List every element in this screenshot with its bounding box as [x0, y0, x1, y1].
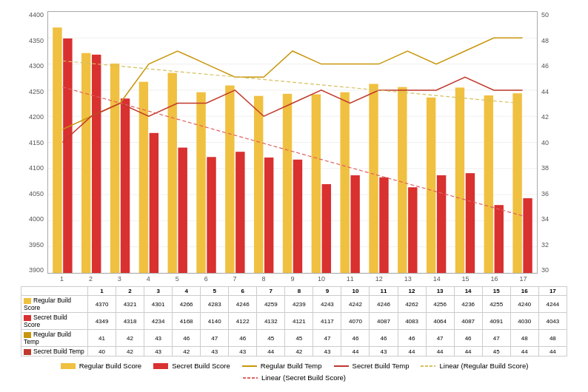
legend-item: Linear (Secret Build Score)	[242, 374, 346, 382]
svg-rect-46	[153, 363, 168, 369]
legend-item: Secret Build Score	[153, 362, 230, 370]
svg-rect-30	[322, 184, 331, 273]
svg-rect-44	[523, 198, 532, 273]
svg-rect-16	[121, 98, 130, 273]
svg-rect-18	[150, 133, 158, 273]
legend-item: Secret Build Temp	[333, 362, 410, 370]
svg-rect-17	[139, 82, 148, 273]
y-axis-left: 4400435043004250420041504100405040003950…	[21, 11, 47, 274]
svg-rect-31	[340, 92, 349, 273]
svg-rect-28	[293, 160, 302, 273]
svg-rect-15	[110, 64, 119, 273]
svg-rect-23	[225, 86, 234, 273]
svg-rect-35	[398, 87, 407, 273]
svg-rect-12	[63, 38, 72, 273]
x-axis-labels: 1234567891011121314151617	[47, 275, 538, 283]
svg-rect-43	[512, 93, 521, 273]
data-table-wrapper: 1234567891011121314151617Regular Build S…	[13, 284, 575, 359]
svg-rect-11	[53, 27, 61, 273]
legend-item: Regular Build Score	[60, 362, 142, 370]
svg-rect-33	[369, 84, 378, 273]
svg-rect-25	[254, 96, 263, 273]
plot-area	[47, 11, 538, 274]
svg-rect-39	[455, 87, 464, 273]
legend-item: Linear (Regular Build Score)	[420, 362, 528, 370]
y-axis-right: 5048464442403836343230	[538, 11, 560, 274]
svg-rect-26	[264, 158, 273, 273]
svg-rect-36	[408, 187, 417, 273]
svg-rect-20	[178, 148, 187, 273]
svg-rect-37	[427, 98, 435, 273]
svg-rect-29	[312, 95, 321, 273]
legend-item: Regular Build Temp	[241, 362, 322, 370]
svg-rect-21	[196, 92, 205, 273]
svg-rect-24	[235, 152, 244, 273]
svg-rect-22	[207, 157, 216, 273]
data-table: 1234567891011121314151617Regular Build S…	[21, 286, 567, 356]
svg-rect-45	[61, 363, 76, 369]
svg-rect-27	[283, 94, 292, 273]
legend: Regular Build ScoreSecret Build ScoreReg…	[7, 362, 581, 382]
svg-rect-34	[379, 178, 388, 273]
svg-rect-38	[437, 175, 446, 273]
svg-rect-41	[484, 95, 493, 273]
svg-rect-13	[81, 53, 90, 273]
svg-rect-32	[350, 175, 359, 273]
svg-rect-40	[466, 173, 475, 273]
svg-rect-42	[495, 205, 504, 273]
svg-rect-14	[92, 55, 101, 273]
chart-container: 4400435043004250420041504100405040003950…	[0, 0, 588, 392]
svg-rect-19	[168, 73, 177, 273]
